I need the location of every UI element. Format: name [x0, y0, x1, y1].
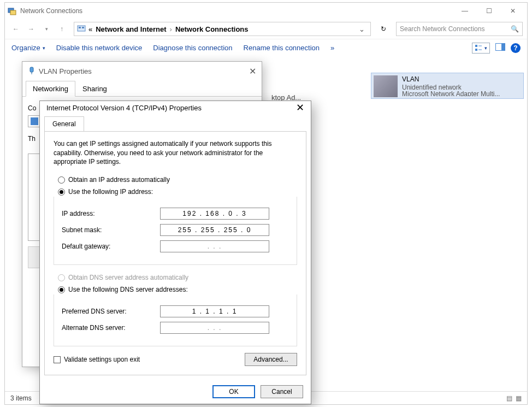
- radio-icon: [58, 286, 65, 293]
- view-options-button[interactable]: ▾: [472, 43, 490, 54]
- svg-rect-1: [10, 10, 16, 15]
- nav-row: ← → ▾ ↑ « Network and Internet › Network…: [5, 19, 527, 39]
- svg-rect-3: [79, 27, 81, 28]
- svg-rect-6: [475, 49, 477, 51]
- radio-obtain-dns-auto: Obtain DNS server address automatically: [58, 274, 297, 281]
- large-icons-view-icon[interactable]: ▦: [516, 394, 522, 402]
- advanced-button[interactable]: Advanced...: [245, 353, 297, 366]
- preview-pane-button[interactable]: [495, 43, 505, 52]
- address-bar[interactable]: « Network and Internet › Network Connect…: [74, 22, 371, 36]
- dialog-title: VLAN Properties: [39, 67, 92, 75]
- dialog-tabs: Networking Sharing: [22, 80, 262, 97]
- window-title: Network Connections: [20, 7, 82, 15]
- network-adapter-icon: [374, 75, 398, 97]
- diagnose-connection-button[interactable]: Diagnose this connection: [153, 44, 232, 52]
- svg-rect-4: [82, 27, 84, 28]
- dropdown-icon: ▾: [43, 45, 45, 51]
- radio-obtain-ip-auto[interactable]: Obtain an IP address automatically: [58, 176, 297, 184]
- radio-use-static-dns[interactable]: Use the following DNS server addresses:: [58, 286, 297, 293]
- disable-device-button[interactable]: Disable this network device: [56, 44, 143, 52]
- breadcrumb-seg-network-and-internet[interactable]: Network and Internet: [96, 25, 166, 33]
- ipv4-properties-dialog: Internet Protocol Version 4 (TCP/IPv4) P…: [39, 101, 311, 404]
- ip-settings-group: IP address: 192 . 168 . 0 . 3 Subnet mas…: [54, 197, 297, 265]
- cancel-button[interactable]: Cancel: [261, 385, 303, 398]
- up-button[interactable]: ↑: [55, 22, 68, 36]
- preferred-dns-input[interactable]: 1 . 1 . 1 . 1: [160, 305, 269, 317]
- close-icon[interactable]: ✕: [249, 66, 256, 76]
- breadcrumb-separator-icon: ›: [170, 25, 172, 33]
- dns-settings-group: Preferred DNS server: 1 . 1 . 1 . 1 Alte…: [54, 294, 297, 346]
- refresh-button[interactable]: ↻: [376, 22, 391, 36]
- recent-dropdown-button[interactable]: ▾: [40, 22, 53, 36]
- address-dropdown-icon[interactable]: ⌄: [356, 25, 368, 33]
- connection-name: VLAN: [402, 75, 500, 84]
- minimize-button[interactable]: —: [453, 3, 477, 19]
- alternate-dns-label: Alternate DNS server:: [62, 324, 160, 332]
- svg-rect-10: [501, 44, 505, 50]
- back-button[interactable]: ←: [9, 22, 22, 36]
- dialog-titlebar: VLAN Properties ✕: [22, 62, 262, 80]
- checkbox-icon: [54, 356, 61, 363]
- connection-adapter-name: Microsoft Network Adapter Multi...: [402, 90, 500, 97]
- control-panel-icon: [76, 24, 86, 34]
- nic-icon: [31, 117, 38, 125]
- alternate-dns-input[interactable]: . . .: [160, 322, 269, 334]
- status-item-count: 3 items: [10, 394, 32, 402]
- dialog-title: Internet Protocol Version 4 (TCP/IPv4) P…: [46, 104, 202, 112]
- radio-icon: [58, 176, 65, 184]
- ip-address-input[interactable]: 192 . 168 . 0 . 3: [160, 208, 269, 220]
- maximize-button[interactable]: ☐: [477, 3, 501, 19]
- network-connections-app-icon: [7, 6, 17, 16]
- titlebar: Network Connections — ☐ ✕: [5, 3, 527, 19]
- organize-label: Organize: [11, 44, 40, 52]
- radio-use-static-ip[interactable]: Use the following IP address:: [58, 188, 297, 196]
- description-text: You can get IP settings assigned automat…: [54, 139, 297, 166]
- toolbar-overflow-button[interactable]: »: [330, 44, 334, 52]
- connection-status: Unidentified network: [402, 84, 500, 90]
- ok-button[interactable]: OK: [212, 385, 255, 398]
- search-input[interactable]: Search Network Connections 🔍: [396, 22, 523, 36]
- breadcrumb-seg-network-connections[interactable]: Network Connections: [175, 25, 249, 33]
- connection-tile-vlan[interactable]: VLAN Unidentified network Microsoft Netw…: [371, 73, 524, 99]
- subnet-mask-label: Subnet mask:: [62, 226, 160, 234]
- validate-on-exit-checkbox[interactable]: Validate settings upon exit: [54, 356, 140, 363]
- search-placeholder: Search Network Connections: [400, 25, 511, 33]
- close-icon[interactable]: ✕: [296, 102, 304, 114]
- forward-button[interactable]: →: [25, 22, 38, 36]
- organize-menu[interactable]: Organize ▾: [11, 44, 45, 52]
- default-gateway-label: Default gateway:: [62, 243, 160, 250]
- radio-icon: [58, 274, 65, 281]
- help-icon[interactable]: ?: [511, 43, 521, 53]
- ip-address-label: IP address:: [62, 210, 160, 217]
- search-icon: 🔍: [511, 25, 519, 33]
- tab-sharing[interactable]: Sharing: [75, 81, 114, 97]
- default-gateway-input[interactable]: . . .: [160, 240, 269, 252]
- dialog-titlebar: Internet Protocol Version 4 (TCP/IPv4) P…: [40, 101, 311, 114]
- subnet-mask-input[interactable]: 255 . 255 . 255 . 0: [160, 224, 269, 236]
- command-bar: Organize ▾ Disable this network device D…: [5, 39, 527, 56]
- close-button[interactable]: ✕: [501, 3, 525, 19]
- svg-rect-11: [30, 67, 33, 72]
- tab-networking[interactable]: Networking: [26, 81, 75, 97]
- svg-rect-5: [475, 45, 477, 47]
- tab-general[interactable]: General: [44, 116, 84, 131]
- vlan-adapter-icon: [28, 67, 36, 76]
- radio-icon: [58, 188, 65, 196]
- rename-connection-button[interactable]: Rename this connection: [244, 44, 320, 52]
- preferred-dns-label: Preferred DNS server:: [62, 308, 160, 315]
- details-view-icon[interactable]: ▤: [506, 394, 512, 402]
- breadcrumb-prefix: «: [88, 25, 92, 33]
